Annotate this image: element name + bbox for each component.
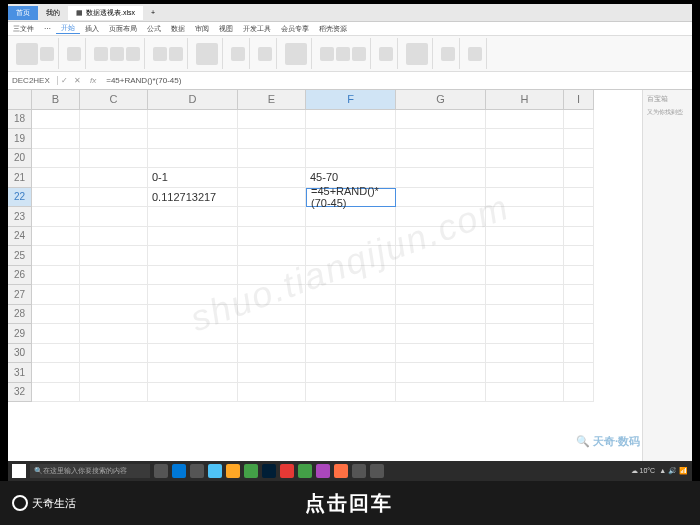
cell-D21[interactable]: 0-1 (148, 168, 238, 188)
row-header-27[interactable]: 27 (8, 285, 32, 305)
cell-H28[interactable] (486, 305, 564, 325)
format-brush-icon[interactable] (67, 47, 81, 61)
cell-E27[interactable] (238, 285, 306, 305)
row-header-31[interactable]: 31 (8, 363, 32, 383)
row-header-21[interactable]: 21 (8, 168, 32, 188)
cell-D29[interactable] (148, 324, 238, 344)
ribbon-menu-1[interactable]: ⋯ (39, 25, 56, 33)
cell-H24[interactable] (486, 227, 564, 247)
cell-D22[interactable]: 0.112713217 (148, 188, 238, 208)
cell-H25[interactable] (486, 246, 564, 266)
cell-B18[interactable] (32, 110, 80, 130)
cell-E30[interactable] (238, 344, 306, 364)
cell-C32[interactable] (80, 383, 148, 403)
cell-F32[interactable] (306, 383, 396, 403)
tray-icons[interactable]: ▲ 🔊 📶 (659, 467, 688, 475)
align-left-icon[interactable] (153, 47, 167, 61)
cell-B23[interactable] (32, 207, 80, 227)
sort-icon[interactable] (336, 47, 350, 61)
col-header-E[interactable]: E (238, 90, 306, 110)
tab-myhome[interactable]: 我的 (38, 6, 68, 20)
cell-I29[interactable] (564, 324, 594, 344)
ribbon-menu-insert[interactable]: 插入 (80, 24, 104, 34)
cell-D28[interactable] (148, 305, 238, 325)
cell-C21[interactable] (80, 168, 148, 188)
cell-E23[interactable] (238, 207, 306, 227)
col-header-H[interactable]: H (486, 90, 564, 110)
cell-H23[interactable] (486, 207, 564, 227)
cell-E19[interactable] (238, 129, 306, 149)
taskbar-ps[interactable] (262, 464, 276, 478)
cell-D25[interactable] (148, 246, 238, 266)
taskbar-app-12[interactable] (352, 464, 366, 478)
underline-icon[interactable] (126, 47, 140, 61)
cell-I31[interactable] (564, 363, 594, 383)
freeze-icon[interactable] (441, 47, 455, 61)
cell-I30[interactable] (564, 344, 594, 364)
cell-D23[interactable] (148, 207, 238, 227)
ribbon-menu-data[interactable]: 数据 (166, 24, 190, 34)
cell-F20[interactable] (306, 149, 396, 169)
cell-F28[interactable] (306, 305, 396, 325)
cell-E22[interactable] (238, 188, 306, 208)
ribbon-menu-0[interactable]: 三文件 (8, 24, 39, 34)
tab-file[interactable]: ▦数据透视表.xlsx (68, 6, 143, 20)
start-button[interactable] (12, 464, 26, 478)
cell-F30[interactable] (306, 344, 396, 364)
col-header-F[interactable]: F (306, 90, 396, 110)
cell-G26[interactable] (396, 266, 486, 286)
ribbon-menu-start[interactable]: 开始 (56, 23, 80, 34)
taskbar-app-5[interactable] (226, 464, 240, 478)
cell-H31[interactable] (486, 363, 564, 383)
cell-F27[interactable] (306, 285, 396, 305)
cell-C29[interactable] (80, 324, 148, 344)
cell-D19[interactable] (148, 129, 238, 149)
conditional-format-icon[interactable] (285, 43, 307, 65)
cell-G31[interactable] (396, 363, 486, 383)
cell-H20[interactable] (486, 149, 564, 169)
fx-icon[interactable]: fx (84, 76, 102, 85)
cell-F19[interactable] (306, 129, 396, 149)
cell-F31[interactable] (306, 363, 396, 383)
cell-D32[interactable] (148, 383, 238, 403)
cell-B21[interactable] (32, 168, 80, 188)
cell-I20[interactable] (564, 149, 594, 169)
cell-H32[interactable] (486, 383, 564, 403)
copy-icon[interactable] (40, 47, 54, 61)
row-header-22[interactable]: 22 (8, 188, 32, 208)
cell-B32[interactable] (32, 383, 80, 403)
cell-I27[interactable] (564, 285, 594, 305)
ribbon-menu-layout[interactable]: 页面布局 (104, 24, 142, 34)
wrap-text-icon[interactable] (231, 47, 245, 61)
spreadsheet-grid[interactable]: BCDEFGHI181920210-145-70220.112713217=45… (8, 90, 642, 489)
cell-I21[interactable] (564, 168, 594, 188)
cell-H29[interactable] (486, 324, 564, 344)
tab-add[interactable]: + (143, 7, 163, 18)
cell-C25[interactable] (80, 246, 148, 266)
cell-C18[interactable] (80, 110, 148, 130)
row-header-29[interactable]: 29 (8, 324, 32, 344)
cell-B30[interactable] (32, 344, 80, 364)
cell-C26[interactable] (80, 266, 148, 286)
cell-B25[interactable] (32, 246, 80, 266)
cell-D20[interactable] (148, 149, 238, 169)
paste-icon[interactable] (16, 43, 38, 65)
cell-I19[interactable] (564, 129, 594, 149)
row-col-icon[interactable] (406, 43, 428, 65)
cell-D30[interactable] (148, 344, 238, 364)
cell-E20[interactable] (238, 149, 306, 169)
cell-C23[interactable] (80, 207, 148, 227)
col-header-I[interactable]: I (564, 90, 594, 110)
cell-G22[interactable] (396, 188, 486, 208)
cell-I32[interactable] (564, 383, 594, 403)
row-header-20[interactable]: 20 (8, 149, 32, 169)
cell-B24[interactable] (32, 227, 80, 247)
check-icon[interactable]: ✓ (58, 76, 71, 85)
taskbar-search[interactable]: 🔍 在这里输入你要搜索的内容 (30, 464, 150, 478)
cell-H19[interactable] (486, 129, 564, 149)
ribbon-menu-docer[interactable]: 稻壳资源 (314, 24, 352, 34)
cell-G23[interactable] (396, 207, 486, 227)
cell-B20[interactable] (32, 149, 80, 169)
cell-E21[interactable] (238, 168, 306, 188)
cell-B26[interactable] (32, 266, 80, 286)
